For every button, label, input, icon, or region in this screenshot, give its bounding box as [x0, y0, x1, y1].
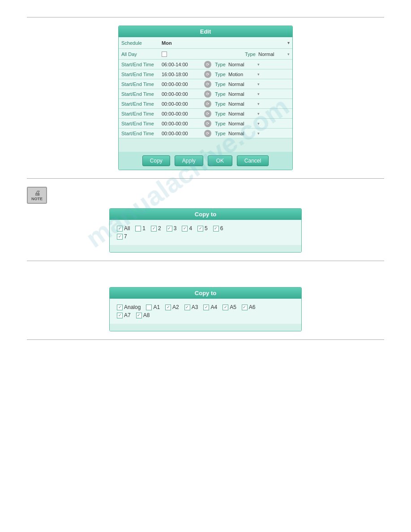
checkbox-a8[interactable]: [136, 313, 142, 318]
type-dropdown-5[interactable]: Normal ▾: [228, 111, 260, 116]
time-value-7: 00:00-00:00: [162, 131, 204, 136]
time-label-0: Start/End Time: [121, 62, 162, 67]
copyto-item-a7[interactable]: A7: [117, 312, 131, 318]
type-value-7: Normal: [228, 131, 244, 136]
type-value-5: Normal: [228, 111, 244, 116]
type-dropdown-7[interactable]: Normal ▾: [228, 131, 260, 136]
time-label-3: Start/End Time: [121, 91, 162, 97]
copyto-title-2: Copy to: [110, 287, 301, 299]
mid-divider-1: [27, 178, 384, 179]
checkbox-a1[interactable]: [146, 305, 152, 310]
item-label-1: 1: [142, 225, 146, 232]
type-value-2: Normal: [228, 82, 244, 87]
type-dropdown-2[interactable]: Normal ▾: [228, 82, 260, 87]
time-clock-icon-0[interactable]: ⟳: [204, 61, 211, 68]
all-checkbox[interactable]: [117, 226, 123, 232]
type-dropdown-4[interactable]: Normal ▾: [228, 101, 260, 107]
copyto-item-a5[interactable]: A5: [223, 304, 236, 310]
copyto-item-a6[interactable]: A6: [242, 304, 256, 310]
copyto-analog-item[interactable]: Analog: [117, 304, 141, 310]
copyto-item-a4[interactable]: A4: [203, 304, 217, 310]
time-clock-icon-1[interactable]: ⟳: [204, 71, 211, 78]
checkbox-a5[interactable]: [223, 305, 228, 310]
top-divider: [27, 17, 384, 17]
copyto-row-1b: 7: [117, 233, 294, 240]
type-dropdown-1[interactable]: Motion ▾: [228, 72, 260, 77]
checkbox-a7[interactable]: [117, 313, 123, 318]
dropdown-arrow-5: ▾: [257, 112, 260, 116]
type-label-1: Type: [215, 72, 228, 77]
copyto-all-item[interactable]: All: [117, 225, 130, 232]
type-label-2: Type: [215, 82, 228, 87]
checkbox-a6[interactable]: [242, 305, 248, 310]
copyto-item-3[interactable]: 3: [167, 225, 177, 232]
checkbox-a3[interactable]: [184, 305, 190, 310]
copyto-item-4[interactable]: 4: [182, 225, 192, 232]
item-label-a5: A5: [230, 304, 236, 310]
copyto-body-2: Analog A1 A2 A3 A4: [110, 299, 301, 324]
time-clock-icon-7[interactable]: ⟳: [204, 130, 211, 137]
time-clock-icon-4[interactable]: ⟳: [204, 100, 211, 107]
checkbox-5[interactable]: [197, 226, 203, 232]
copyto-row-2: Analog A1 A2 A3 A4: [117, 304, 294, 310]
analog-checkbox[interactable]: [117, 305, 123, 310]
edit-dialog: Edit Schedule Mon ▾ All Day Type Normal …: [118, 26, 293, 170]
time-clock-icon-5[interactable]: ⟳: [204, 110, 211, 117]
copyto-item-7[interactable]: 7: [117, 233, 127, 240]
copy-button[interactable]: Copy: [142, 155, 170, 166]
allday-dropdown-arrow: ▾: [287, 52, 290, 56]
checkbox-a4[interactable]: [203, 305, 209, 310]
dropdown-arrow-2: ▾: [257, 82, 260, 86]
apply-button[interactable]: Apply: [175, 155, 203, 166]
item-label-3: 3: [174, 225, 177, 232]
type-value-3: Normal: [228, 91, 244, 97]
checkbox-a2[interactable]: [165, 305, 171, 310]
cancel-button[interactable]: Cancel: [237, 155, 269, 166]
copyto-item-5[interactable]: 5: [197, 225, 208, 232]
checkbox-4[interactable]: [182, 226, 188, 232]
type-label-3: Type: [215, 91, 228, 97]
copyto-item-6[interactable]: 6: [213, 225, 223, 232]
ok-button[interactable]: OK: [208, 155, 232, 166]
allday-type-dropdown[interactable]: Normal ▾: [258, 51, 290, 57]
copyto-item-a8[interactable]: A8: [136, 312, 150, 318]
type-label-6: Type: [215, 121, 228, 126]
dropdown-arrow-3: ▾: [257, 92, 260, 96]
time-clock-icon-6[interactable]: ⟳: [204, 120, 211, 127]
copyto-footer-1: [110, 245, 301, 252]
item-label-5: 5: [205, 225, 208, 232]
type-dropdown-3[interactable]: Normal ▾: [228, 91, 260, 97]
schedule-row: Schedule Mon ▾: [119, 37, 292, 49]
allday-checkbox[interactable]: [162, 51, 167, 57]
time-label-5: Start/End Time: [121, 111, 162, 116]
copyto-row-2b: A7 A8: [117, 312, 294, 318]
dropdown-arrow-0: ▾: [257, 62, 260, 67]
time-row-3: Start/End Time 00:00-00:00 ⟳ Type Normal…: [119, 89, 292, 99]
time-value-1: 16:00-18:00: [162, 72, 204, 77]
time-clock-icon-3[interactable]: ⟳: [204, 90, 211, 98]
copyto-item-a1[interactable]: A1: [146, 304, 160, 310]
copyto-item-1[interactable]: 1: [135, 225, 146, 232]
copyto-item-a3[interactable]: A3: [184, 304, 198, 310]
allday-type-section: Type Normal ▾: [243, 51, 290, 57]
schedule-chevron-icon[interactable]: ▾: [287, 40, 290, 45]
checkbox-6[interactable]: [213, 226, 219, 232]
dialog-spacer: [119, 138, 292, 152]
allday-type-label: Type: [245, 51, 258, 57]
dropdown-arrow-7: ▾: [257, 131, 260, 136]
item-label-6: 6: [220, 225, 223, 232]
copyto-item-a2[interactable]: A2: [165, 304, 179, 310]
copyto-item-2[interactable]: 2: [151, 225, 161, 232]
type-dropdown-6[interactable]: Normal ▾: [228, 121, 260, 126]
copyto-dialog-2: Copy to Analog A1 A2 A3: [109, 287, 302, 331]
item-label-a3: A3: [192, 304, 198, 310]
checkbox-7[interactable]: [117, 234, 123, 240]
edit-dialog-title: Edit: [119, 26, 292, 37]
analog-label: Analog: [124, 304, 141, 310]
time-clock-icon-2[interactable]: ⟳: [204, 81, 211, 88]
checkbox-3[interactable]: [167, 226, 172, 232]
type-dropdown-0[interactable]: Normal ▾: [228, 62, 260, 67]
note-section: 🖨 NOTE: [27, 187, 384, 204]
checkbox-1[interactable]: [135, 226, 141, 232]
checkbox-2[interactable]: [151, 226, 157, 232]
